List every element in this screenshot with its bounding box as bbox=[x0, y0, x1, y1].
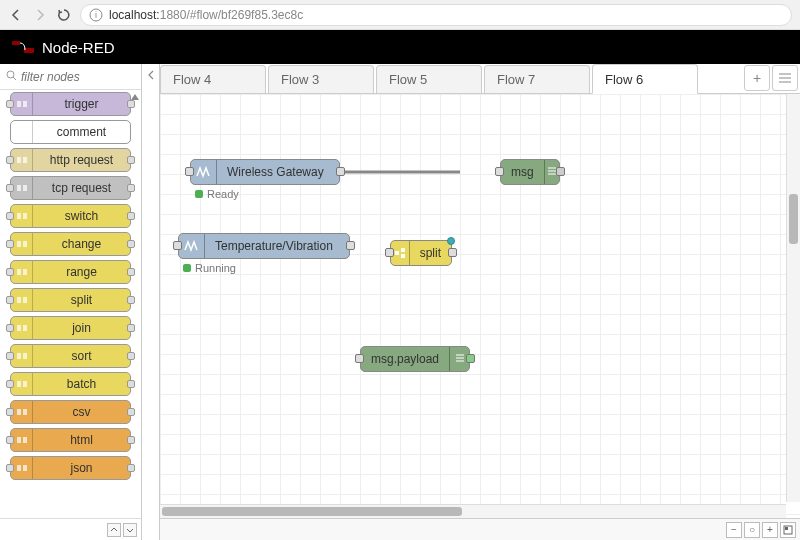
svg-rect-7 bbox=[23, 101, 27, 107]
input-port bbox=[6, 436, 14, 444]
zoom-out-button[interactable]: − bbox=[726, 522, 742, 538]
palette-node-batch[interactable]: batch bbox=[10, 372, 131, 396]
changed-badge bbox=[447, 237, 455, 245]
output-port bbox=[127, 184, 135, 192]
svg-rect-29 bbox=[23, 409, 27, 415]
back-button[interactable] bbox=[8, 7, 24, 23]
input-port bbox=[6, 184, 14, 192]
output-port[interactable] bbox=[448, 248, 457, 257]
palette-collapse-up[interactable] bbox=[107, 523, 121, 537]
palette-collapse-down[interactable] bbox=[123, 523, 137, 537]
output-port bbox=[127, 380, 135, 388]
status-text: Running bbox=[195, 262, 236, 274]
tab-flow-7[interactable]: Flow 7 bbox=[484, 65, 590, 93]
palette-node-range[interactable]: range bbox=[10, 260, 131, 284]
svg-rect-15 bbox=[23, 213, 27, 219]
palette-node-csv[interactable]: csv bbox=[10, 400, 131, 424]
node-type-icon bbox=[11, 401, 33, 423]
svg-rect-22 bbox=[17, 325, 21, 331]
node-type-icon bbox=[11, 373, 33, 395]
output-port bbox=[127, 268, 135, 276]
node-wireless-gateway[interactable]: Wireless Gateway Ready bbox=[190, 159, 340, 185]
svg-rect-32 bbox=[17, 465, 21, 471]
url-host: localhost: bbox=[109, 8, 160, 22]
node-type-icon bbox=[11, 317, 33, 339]
reload-button[interactable] bbox=[56, 7, 72, 23]
output-port bbox=[127, 464, 135, 472]
status-dot bbox=[183, 264, 191, 272]
svg-rect-8 bbox=[17, 129, 21, 135]
zoom-in-button[interactable]: + bbox=[762, 522, 778, 538]
palette-node-comment[interactable]: comment bbox=[10, 120, 131, 144]
scrollbar-horizontal[interactable] bbox=[160, 504, 786, 518]
input-port[interactable] bbox=[355, 354, 364, 363]
output-port[interactable] bbox=[336, 167, 345, 176]
output-port[interactable] bbox=[346, 241, 355, 250]
svg-rect-3 bbox=[24, 48, 34, 53]
palette-node-label: sort bbox=[33, 349, 130, 363]
node-label: split bbox=[410, 246, 451, 260]
palette-node-tcp-request[interactable]: tcp request bbox=[10, 176, 131, 200]
input-port[interactable] bbox=[495, 167, 504, 176]
svg-rect-23 bbox=[23, 325, 27, 331]
node-debug-payload[interactable]: msg.payload bbox=[360, 346, 470, 372]
app-title: Node-RED bbox=[42, 39, 115, 56]
debug-toggle[interactable] bbox=[466, 354, 475, 363]
palette-node-trigger[interactable]: trigger bbox=[10, 92, 131, 116]
tabs: Flow 4Flow 3Flow 5Flow 7Flow 6 + bbox=[160, 64, 800, 94]
node-type-icon bbox=[11, 429, 33, 451]
palette-node-json[interactable]: json bbox=[10, 456, 131, 480]
palette-node-switch[interactable]: switch bbox=[10, 204, 131, 228]
palette-node-change[interactable]: change bbox=[10, 232, 131, 256]
scrollbar-vertical[interactable] bbox=[786, 94, 800, 502]
tab-flow-3[interactable]: Flow 3 bbox=[268, 65, 374, 93]
workspace: Flow 4Flow 3Flow 5Flow 7Flow 6 + Wireles bbox=[160, 64, 800, 540]
palette-node-label: json bbox=[33, 461, 130, 475]
palette-node-label: join bbox=[33, 321, 130, 335]
output-port bbox=[127, 436, 135, 444]
palette-node-label: comment bbox=[33, 125, 130, 139]
input-port bbox=[6, 268, 14, 276]
input-port[interactable] bbox=[173, 241, 182, 250]
url-bar[interactable]: i localhost:1880/#flow/bf269f85.3ec8c bbox=[80, 4, 792, 26]
palette-node-sort[interactable]: sort bbox=[10, 344, 131, 368]
node-type-icon bbox=[11, 457, 33, 479]
input-port bbox=[6, 380, 14, 388]
node-split[interactable]: split bbox=[390, 240, 452, 266]
output-port bbox=[127, 324, 135, 332]
tab-flow-5[interactable]: Flow 5 bbox=[376, 65, 482, 93]
palette-filter-input[interactable] bbox=[21, 70, 135, 84]
output-port bbox=[127, 100, 135, 108]
url-port: 1880 bbox=[160, 8, 187, 22]
svg-rect-20 bbox=[17, 297, 21, 303]
add-tab-button[interactable]: + bbox=[744, 65, 770, 91]
app-header: Node-RED bbox=[0, 30, 800, 64]
tab-list-button[interactable] bbox=[772, 65, 798, 91]
palette-node-http-request[interactable]: http request bbox=[10, 148, 131, 172]
browser-chrome: i localhost:1880/#flow/bf269f85.3ec8c bbox=[0, 0, 800, 30]
svg-rect-30 bbox=[17, 437, 21, 443]
palette-node-label: html bbox=[33, 433, 130, 447]
forward-button[interactable] bbox=[32, 7, 48, 23]
node-type-icon bbox=[11, 93, 33, 115]
tab-flow-6[interactable]: Flow 6 bbox=[592, 64, 698, 94]
svg-rect-40 bbox=[395, 251, 399, 255]
node-temperature-vibration[interactable]: Temperature/Vibration Running bbox=[178, 233, 350, 259]
palette-node-html[interactable]: html bbox=[10, 428, 131, 452]
debug-toggle[interactable] bbox=[556, 167, 565, 176]
palette-node-join[interactable]: join bbox=[10, 316, 131, 340]
palette-node-split[interactable]: split bbox=[10, 288, 131, 312]
view-map-button[interactable] bbox=[780, 522, 796, 538]
input-port[interactable] bbox=[185, 167, 194, 176]
palette-list: triggercommenthttp requesttcp requestswi… bbox=[0, 90, 141, 518]
input-port[interactable] bbox=[385, 248, 394, 257]
palette-toggle[interactable] bbox=[142, 64, 160, 540]
svg-rect-18 bbox=[17, 269, 21, 275]
canvas[interactable]: Wireless Gateway Ready msg bbox=[160, 94, 800, 518]
tab-flow-4[interactable]: Flow 4 bbox=[160, 65, 266, 93]
palette-footer bbox=[0, 518, 141, 540]
node-debug-msg[interactable]: msg bbox=[500, 159, 560, 185]
output-port bbox=[127, 296, 135, 304]
zoom-reset-button[interactable]: ○ bbox=[744, 522, 760, 538]
palette-node-label: tcp request bbox=[33, 181, 130, 195]
